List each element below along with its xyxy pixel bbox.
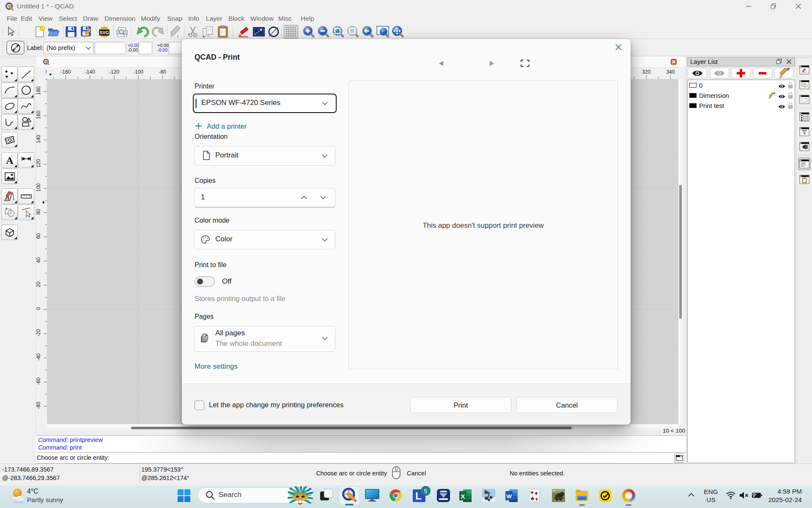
svg-text:140: 140 [36,135,41,143]
svg-text:120: 120 [36,159,41,167]
svg-text:-100: -100 [133,69,143,75]
svg-text:♥: ♥ [530,489,534,496]
svg-text:160: 160 [36,110,41,119]
svg-text:-20: -20 [36,329,41,337]
svg-text:-160: -160 [60,69,71,75]
svg-text:♦: ♦ [535,496,538,502]
svg-text:0: 0 [36,307,41,310]
svg-text:320: 320 [642,69,650,75]
svg-text:W: W [506,493,512,500]
svg-text:80: 80 [36,209,41,215]
svg-text:180: 180 [36,86,41,95]
svg-text:SVG: SVG [99,30,109,35]
svg-text:100: 100 [36,183,41,192]
svg-text:-80: -80 [159,69,167,75]
svg-text:340: 340 [666,69,675,75]
svg-text:-140: -140 [85,69,95,75]
svg-text:♣: ♣ [531,495,535,502]
svg-text:-120: -120 [109,69,119,75]
svg-text:40: 40 [36,257,41,263]
svg-text:X: X [461,493,465,500]
svg-text:-80: -80 [36,402,41,409]
svg-text:20: 20 [36,282,41,287]
svg-text:60: 60 [36,233,41,239]
svg-text:-60: -60 [36,378,41,385]
svg-text:-40: -40 [36,353,41,361]
svg-text:♠: ♠ [535,490,538,496]
svg-text:A: A [6,155,14,166]
